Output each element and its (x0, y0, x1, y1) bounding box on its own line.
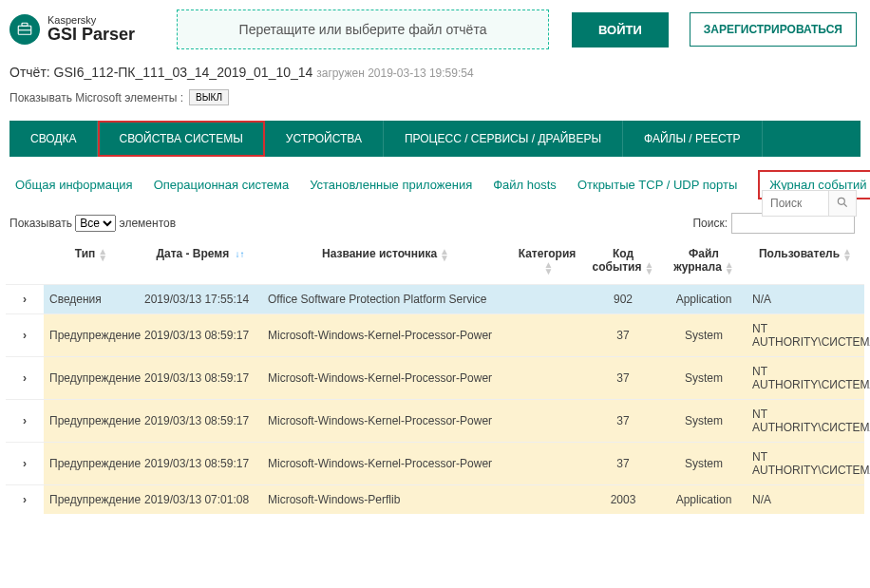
cell-file: System (661, 442, 747, 484)
cell-category (509, 484, 585, 514)
cell-user: NT AUTHORITY\СИСТЕМА (747, 442, 864, 484)
report-name: GSI6_112-ПК_111_03_14_2019_01_10_14 (54, 65, 313, 80)
col-user[interactable]: Пользователь▲▼ (747, 239, 864, 284)
table-row: ›Предупреждение2019/03/13 08:59:17Micros… (6, 313, 864, 356)
svg-line-4 (844, 203, 847, 206)
table-row: ›Предупреждение2019/03/13 08:59:17Micros… (6, 399, 864, 442)
table-row: ›Предупреждение2019/03/13 08:59:17Micros… (6, 356, 864, 399)
cell-category (509, 313, 585, 356)
brand-big: GSI Parser (47, 26, 135, 45)
subtab-general[interactable]: Общая информация (15, 178, 133, 192)
chevron-right-icon: › (23, 457, 27, 470)
report-title-line: Отчёт: GSI6_112-ПК_111_03_14_2019_01_10_… (0, 59, 870, 84)
cell-datetime: 2019/03/13 08:59:17 (139, 313, 262, 356)
col-datetime[interactable]: Дата - Время ↓↑ (139, 239, 262, 284)
subtab-os[interactable]: Операционная система (154, 178, 290, 192)
cell-type: Предупреждение (44, 484, 139, 514)
page-size-select[interactable]: Все (75, 215, 116, 232)
cell-file: Application (661, 284, 747, 313)
expand-row-button[interactable]: › (6, 442, 44, 484)
register-button[interactable]: ЗАРЕГИСТРИРОВАТЬСЯ (690, 12, 857, 47)
expand-row-button[interactable]: › (6, 484, 44, 514)
brand: Kaspersky GSI Parser (9, 14, 135, 45)
sort-icon: ▲▼ (725, 261, 734, 275)
uploaded-time: 2019-03-13 19:59:54 (368, 66, 473, 80)
col-source[interactable]: Название источника▲▼ (262, 239, 509, 284)
cell-source: Microsoft-Windows-Kernel-Processor-Power (262, 442, 509, 484)
report-prefix: Отчёт: (9, 65, 50, 80)
main-tabs: СВОДКА СВОЙСТВА СИСТЕМЫ УСТРОЙСТВА ПРОЦЕ… (9, 121, 861, 157)
col-code[interactable]: Код события▲▼ (585, 239, 661, 284)
cell-user: N/A (747, 484, 864, 514)
cell-type: Предупреждение (44, 313, 139, 356)
sub-tabs: Общая информация Операционная система Ус… (0, 157, 870, 209)
cell-file: System (661, 399, 747, 442)
cell-code: 902 (585, 284, 661, 313)
cell-source: Microsoft-Windows-Kernel-Processor-Power (262, 313, 509, 356)
subtab-apps[interactable]: Установленные приложения (310, 178, 472, 192)
sort-icon: ▲▼ (440, 248, 449, 261)
global-search-button[interactable] (828, 190, 857, 217)
sort-icon: ▲▼ (842, 248, 852, 261)
cell-datetime: 2019/03/13 08:59:17 (139, 399, 262, 442)
cell-user: NT AUTHORITY\СИСТЕМА (747, 399, 864, 442)
uploaded-label: загружен (316, 66, 365, 80)
cell-file: System (661, 356, 747, 399)
cell-type: Предупреждение (44, 442, 139, 484)
chevron-right-icon: › (23, 493, 27, 506)
cell-code: 37 (585, 356, 661, 399)
show-prefix: Показывать (9, 217, 72, 230)
cell-code: 37 (585, 313, 661, 356)
subtab-ports[interactable]: Открытые TCP / UDP порты (577, 178, 737, 192)
col-category[interactable]: Категория▲▼ (509, 239, 585, 284)
tab-files-registry[interactable]: ФАЙЛЫ / РЕЕСТР (623, 121, 763, 157)
cell-type: Предупреждение (44, 399, 139, 442)
cell-source: Microsoft-Windows-Perflib (262, 484, 509, 514)
sort-icon: ▲▼ (98, 248, 107, 261)
tab-processes[interactable]: ПРОЦЕСС / СЕРВИСЫ / ДРАЙВЕРЫ (384, 121, 623, 157)
cell-category (509, 442, 585, 484)
login-button[interactable]: ВОЙТИ (572, 12, 669, 47)
tab-system-properties[interactable]: СВОЙСТВА СИСТЕМЫ (98, 121, 264, 157)
upload-dropzone[interactable]: Перетащите или выберите файл отчёта (177, 9, 549, 49)
col-type[interactable]: Тип▲▼ (44, 239, 139, 284)
cell-source: Office Software Protection Platform Serv… (262, 284, 509, 313)
cell-file: System (661, 313, 747, 356)
expand-row-button[interactable]: › (6, 313, 44, 356)
cell-file: Application (661, 484, 747, 514)
sort-icon: ▲▼ (544, 261, 554, 275)
ms-toggle-label: Показывать Microsoft элементы : (9, 91, 183, 104)
cell-code: 37 (585, 442, 661, 484)
cell-type: Сведения (44, 284, 139, 313)
cell-type: Предупреждение (44, 356, 139, 399)
logo-icon (9, 14, 40, 45)
cell-source: Microsoft-Windows-Kernel-Processor-Power (262, 399, 509, 442)
cell-source: Microsoft-Windows-Kernel-Processor-Power (262, 356, 509, 399)
svg-point-3 (838, 198, 844, 204)
global-search-input[interactable] (762, 190, 828, 217)
expand-row-button[interactable]: › (6, 284, 44, 313)
cell-code: 37 (585, 399, 661, 442)
table-search-label: Поиск: (692, 217, 728, 230)
expand-row-button[interactable]: › (6, 356, 44, 399)
col-file[interactable]: Файл журнала▲▼ (661, 239, 747, 284)
subtab-hosts[interactable]: Файл hosts (493, 178, 557, 192)
chevron-right-icon: › (23, 293, 27, 306)
sort-icon: ▲▼ (645, 261, 654, 275)
cell-code: 2003 (585, 484, 661, 514)
ms-toggle-button[interactable]: ВЫКЛ (189, 89, 229, 105)
tab-devices[interactable]: УСТРОЙСТВА (265, 121, 384, 157)
search-icon (836, 198, 849, 212)
col-expand (6, 239, 44, 284)
chevron-right-icon: › (23, 329, 27, 342)
expand-row-button[interactable]: › (6, 399, 44, 442)
cell-category (509, 356, 585, 399)
cell-category (509, 284, 585, 313)
cell-datetime: 2019/03/13 07:01:08 (139, 484, 262, 514)
svg-rect-1 (22, 23, 28, 26)
tab-summary[interactable]: СВОДКА (9, 121, 98, 157)
table-row: ›Предупреждение2019/03/13 08:59:17Micros… (6, 442, 864, 484)
chevron-right-icon: › (23, 414, 27, 427)
table-row: ›Сведения2019/03/13 17:55:14Office Softw… (6, 284, 864, 313)
cell-user: N/A (747, 284, 864, 313)
